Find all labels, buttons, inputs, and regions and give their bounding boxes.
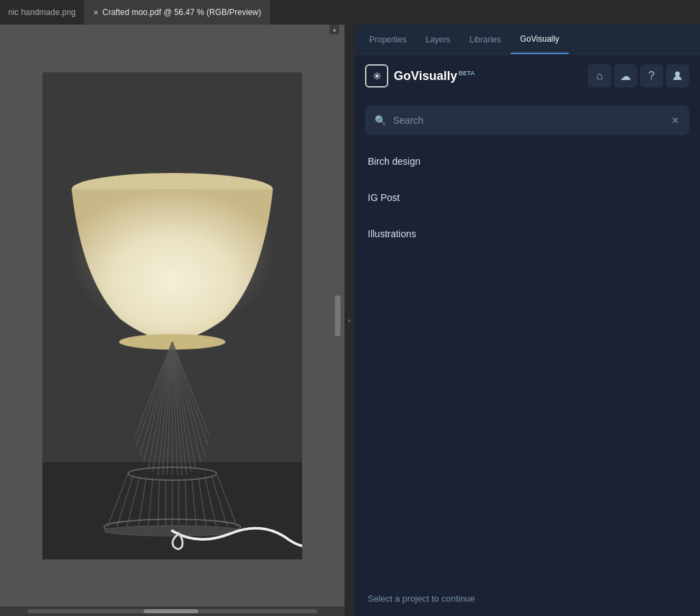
canvas-content	[0, 25, 345, 606]
help-button[interactable]: ?	[640, 64, 663, 88]
home-button[interactable]: ⌂	[588, 64, 611, 88]
gv-beta-label: BETA	[459, 70, 475, 77]
project-illustrations[interactable]: Illustrations	[354, 216, 700, 252]
tab-govisually-label: GoVisually	[520, 34, 559, 44]
panel-collapse-handle[interactable]: »	[345, 25, 354, 616]
tab-handmade[interactable]: nic handmade.png	[0, 0, 85, 25]
gv-footer: Select a project to continue	[354, 580, 700, 616]
gv-project-list: Birch design IG Post Illustrations	[354, 144, 700, 580]
tab-layers[interactable]: Layers	[416, 25, 460, 54]
canvas-scroll-indicator[interactable]	[335, 295, 340, 336]
lamp-illustration	[29, 49, 316, 582]
tab-crafted[interactable]: ✕ Crafted moo.pdf @ 56.47 % (RGB/Preview…	[85, 0, 270, 25]
gv-search: 🔍 ✕	[365, 105, 689, 135]
gv-tabs: Properties Layers Libraries GoVisually	[354, 25, 700, 55]
cloud-button[interactable]: ☁	[614, 64, 637, 88]
canvas-scrollbar[interactable]	[0, 606, 345, 616]
tab-libraries-label: Libraries	[470, 35, 501, 44]
user-button[interactable]	[666, 64, 689, 88]
tab-properties-label: Properties	[369, 35, 407, 44]
gv-logo-icon: ✳	[365, 64, 388, 88]
user-icon	[672, 70, 683, 81]
search-clear-icon[interactable]: ✕	[671, 115, 679, 126]
scrollbar-thumb	[144, 609, 198, 613]
tab-govisually[interactable]: GoVisually	[511, 25, 569, 54]
tab-crafted-close[interactable]: ✕	[93, 9, 98, 16]
gv-logo: ✳ GoVisuallyBETA	[365, 64, 475, 88]
tab-libraries[interactable]: Libraries	[460, 25, 511, 54]
gv-star-icon: ✳	[373, 70, 381, 83]
lamp-svg	[42, 63, 302, 569]
collapse-handle-icon: »	[347, 317, 351, 324]
govisually-panel: Properties Layers Libraries GoVisually ✳…	[354, 25, 700, 616]
project-birch[interactable]: Birch design	[354, 144, 700, 180]
project-ig[interactable]: IG Post	[354, 180, 700, 216]
gv-footer-text: Select a project to continue	[368, 593, 475, 604]
scrollbar-track[interactable]	[27, 609, 317, 613]
search-input[interactable]	[393, 115, 664, 126]
svg-point-42	[675, 72, 680, 77]
gv-logo-text: GoVisuallyBETA	[394, 69, 475, 83]
gv-header: ✳ GoVisuallyBETA ⌂ ☁ ?	[354, 55, 700, 97]
tab-crafted-label: Crafted moo.pdf @ 56.47 % (RGB/Preview)	[103, 8, 261, 17]
project-illustrations-label: Illustrations	[368, 228, 416, 239]
project-ig-label: IG Post	[368, 192, 400, 203]
gv-header-icons: ⌂ ☁ ?	[588, 64, 689, 88]
tab-properties[interactable]: Properties	[360, 25, 416, 54]
main-area: ▴	[0, 25, 700, 616]
tab-bar: nic handmade.png ✕ Crafted moo.pdf @ 56.…	[0, 0, 700, 25]
project-birch-label: Birch design	[368, 156, 420, 167]
tab-handmade-label: nic handmade.png	[8, 8, 76, 17]
tab-layers-label: Layers	[426, 35, 450, 44]
gv-search-container: 🔍 ✕	[354, 97, 700, 144]
canvas-panel: ▴	[0, 25, 345, 616]
search-icon: 🔍	[375, 115, 386, 126]
